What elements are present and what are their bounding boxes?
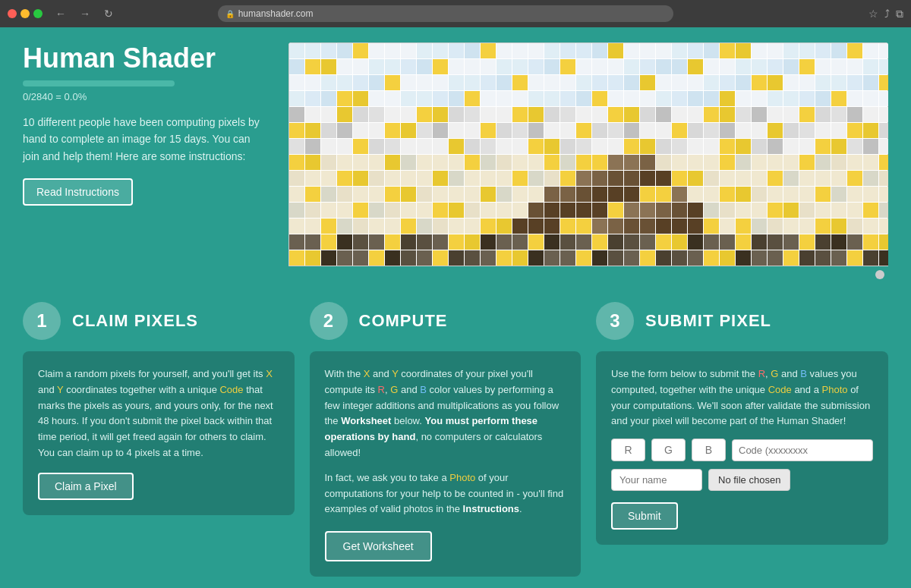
pixel-cell[interactable]: [481, 59, 496, 74]
pixel-cell[interactable]: [481, 139, 496, 154]
pixel-cell[interactable]: [417, 250, 432, 266]
pixel-cell[interactable]: [401, 203, 416, 218]
pixel-cell[interactable]: [305, 203, 320, 218]
pixel-cell[interactable]: [417, 171, 432, 186]
pixel-cell[interactable]: [879, 43, 888, 58]
pixel-cell[interactable]: [544, 250, 560, 266]
pixel-cell[interactable]: [783, 139, 799, 154]
pixel-cell[interactable]: [496, 91, 512, 106]
pixel-cell[interactable]: [783, 234, 799, 250]
pixel-cell[interactable]: [863, 123, 878, 138]
pixel-cell[interactable]: [831, 75, 846, 90]
pixel-cell[interactable]: [481, 187, 496, 202]
pixel-cell[interactable]: [783, 107, 799, 122]
pixel-cell[interactable]: [672, 203, 687, 218]
pixel-cell[interactable]: [576, 155, 591, 170]
pixel-cell[interactable]: [640, 187, 655, 202]
pixel-cell[interactable]: [608, 91, 623, 106]
pixel-cell[interactable]: [289, 43, 304, 58]
pixel-cell[interactable]: [321, 171, 336, 186]
pixel-cell[interactable]: [576, 91, 591, 106]
pixel-cell[interactable]: [353, 203, 368, 218]
pixel-cell[interactable]: [624, 187, 639, 202]
pixel-cell[interactable]: [831, 234, 846, 250]
pixel-cell[interactable]: [815, 234, 831, 250]
pixel-cell[interactable]: [592, 187, 607, 202]
pixel-cell[interactable]: [417, 219, 432, 234]
pixel-cell[interactable]: [879, 187, 888, 202]
pixel-cell[interactable]: [321, 91, 336, 106]
pixel-cell[interactable]: [608, 107, 623, 122]
pixel-cell[interactable]: [799, 139, 815, 154]
pixel-cell[interactable]: [544, 75, 560, 90]
pixel-cell[interactable]: [337, 139, 352, 154]
pixel-cell[interactable]: [385, 107, 400, 122]
pixel-cell[interactable]: [847, 203, 862, 218]
pixel-cell[interactable]: [496, 139, 512, 154]
pixel-cell[interactable]: [672, 123, 687, 138]
pixel-cell[interactable]: [465, 219, 480, 234]
pixel-cell[interactable]: [544, 187, 560, 202]
pixel-cell[interactable]: [863, 139, 878, 154]
pixel-cell[interactable]: [592, 123, 607, 138]
pixel-cell[interactable]: [720, 59, 735, 74]
pixel-cell[interactable]: [863, 107, 878, 122]
pixel-cell[interactable]: [688, 203, 703, 218]
pixel-cell[interactable]: [608, 219, 623, 234]
pixel-cell[interactable]: [752, 43, 767, 58]
pixel-cell[interactable]: [385, 155, 400, 170]
pixel-cell[interactable]: [417, 123, 432, 138]
pixel-cell[interactable]: [704, 187, 719, 202]
pixel-cell[interactable]: [496, 75, 512, 90]
pixel-cell[interactable]: [608, 75, 623, 90]
pixel-cell[interactable]: [592, 155, 607, 170]
pixel-cell[interactable]: [321, 59, 336, 74]
pixel-cell[interactable]: [512, 59, 528, 74]
pixel-cell[interactable]: [736, 234, 751, 250]
pixel-cell[interactable]: [528, 91, 544, 106]
pixel-cell[interactable]: [321, 250, 336, 266]
pixel-cell[interactable]: [528, 203, 544, 218]
pixel-cell[interactable]: [847, 234, 862, 250]
pixel-cell[interactable]: [768, 250, 783, 266]
pixel-cell[interactable]: [369, 75, 384, 90]
pixel-cell[interactable]: [385, 91, 400, 106]
pixel-cell[interactable]: [417, 91, 432, 106]
pixel-cell[interactable]: [433, 155, 448, 170]
pixel-cell[interactable]: [433, 107, 448, 122]
r-input[interactable]: [611, 439, 645, 461]
pixel-cell[interactable]: [799, 155, 815, 170]
pixel-cell[interactable]: [369, 187, 384, 202]
pixel-cell[interactable]: [321, 107, 336, 122]
pixel-cell[interactable]: [321, 203, 336, 218]
pixel-cell[interactable]: [369, 43, 384, 58]
pixel-cell[interactable]: [863, 203, 878, 218]
pixel-cell[interactable]: [337, 187, 352, 202]
pixel-cell[interactable]: [640, 155, 655, 170]
pixel-cell[interactable]: [528, 75, 544, 90]
maximize-dot[interactable]: [33, 9, 43, 18]
pixel-cell[interactable]: [672, 91, 687, 106]
pixel-cell[interactable]: [496, 187, 512, 202]
pixel-cell[interactable]: [704, 91, 719, 106]
pixel-cell[interactable]: [417, 75, 432, 90]
pixel-cell[interactable]: [879, 59, 888, 74]
pixel-cell[interactable]: [305, 187, 320, 202]
pixel-cell[interactable]: [656, 250, 671, 266]
pixel-cell[interactable]: [401, 123, 416, 138]
pixel-cell[interactable]: [720, 139, 735, 154]
pixel-cell[interactable]: [799, 107, 815, 122]
pixel-cell[interactable]: [656, 139, 671, 154]
pixel-cell[interactable]: [512, 107, 528, 122]
pixel-cell[interactable]: [688, 219, 703, 234]
pixel-cell[interactable]: [401, 219, 416, 234]
pixel-cell[interactable]: [512, 91, 528, 106]
pixel-cell[interactable]: [608, 155, 623, 170]
pixel-cell[interactable]: [337, 155, 352, 170]
pixel-cell[interactable]: [815, 250, 831, 266]
pixel-cell[interactable]: [815, 91, 831, 106]
pixel-cell[interactable]: [752, 75, 767, 90]
pixel-cell[interactable]: [353, 234, 368, 250]
pixel-cell[interactable]: [305, 91, 320, 106]
pixel-cell[interactable]: [401, 43, 416, 58]
